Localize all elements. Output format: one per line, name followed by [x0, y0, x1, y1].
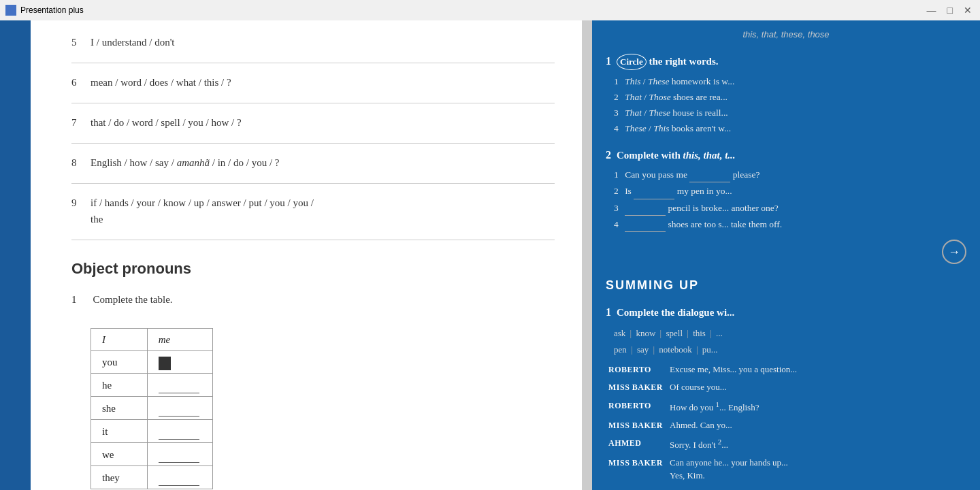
exercise-text-8: English / how / say / amanhã / in / do /… — [91, 154, 280, 171]
right-item-2-text: That / Those shoes are rea... — [625, 92, 728, 102]
summing-up-num: 1 — [606, 303, 611, 321]
table-row-she: she — [91, 397, 213, 420]
right-ex2-item-2-text: Is my pen in yo... — [625, 186, 732, 196]
object-pronouns-section: Object pronouns 1 Complete the table. I … — [71, 257, 555, 490]
summing-up-heading: SUMMING UP — [606, 275, 966, 296]
right-ex2-item-4: 4 shoes are too s... take them off. — [614, 218, 966, 232]
right-item-4: 4 These / This books aren't w... — [614, 122, 966, 135]
summing-up-section: SUMMING UP 1 Complete the dialogue wi...… — [606, 275, 966, 490]
app-icon — [5, 5, 16, 16]
blank-2 — [634, 184, 674, 199]
exercise-text-7: that / do / word / spell / you / how / ? — [91, 114, 242, 131]
exercise-8: 8 English / how / say / amanhã / in / do… — [71, 154, 555, 171]
right-exercise-1-label: the right words. — [649, 56, 718, 67]
right-exercise-1-heading: 1 Circle the right words. — [606, 52, 966, 71]
speaker-missbaker-1: MISS BAKER — [608, 380, 663, 394]
dialogue-row-kim: KIM It's easy. It's 'pia... — [608, 487, 966, 490]
maximize-button[interactable]: □ — [945, 5, 956, 16]
exercise-9: 9 if / hands / your / know / up / answer… — [71, 195, 555, 227]
blank-1 — [689, 168, 730, 182]
object-it[interactable] — [147, 420, 212, 443]
blank-we — [159, 446, 199, 463]
table-header-row: I me — [91, 329, 213, 351]
right-panel: this, that, these, those 1 Circle the ri… — [592, 20, 980, 490]
object-you[interactable] — [147, 351, 212, 374]
dialogue-text-missbaker-3: Can anyone he... your hands up...Yes, Ki… — [670, 456, 788, 483]
table-row-it: it — [91, 420, 213, 443]
blank-she — [159, 399, 199, 416]
exercise-number-6: 6 — [71, 74, 82, 91]
right-exercise-2: 2 Complete with this, that, t... 1 Can y… — [606, 146, 966, 265]
circle-icon: Circle — [617, 54, 647, 70]
right-item-1-text: This / These homework is w... — [625, 76, 734, 86]
right-section-title: this, that, these, those — [606, 27, 966, 42]
scrollbar[interactable] — [582, 20, 592, 490]
header-subject: I — [91, 329, 148, 351]
table-row-they: they — [91, 466, 213, 489]
exercise-6: 6 mean / word / does / what / this / ? — [71, 74, 555, 91]
right-circle-word: Circle the right words. — [617, 53, 719, 71]
exercise-number-7: 7 — [71, 114, 82, 131]
sep-1: | — [630, 328, 632, 338]
text-cursor — [159, 357, 171, 370]
right-ex2-item-1: 1 Can you pass me please? — [614, 168, 966, 182]
dialogue-row-missbaker-3: MISS BAKER Can anyone he... your hands u… — [608, 456, 966, 483]
blank-they — [159, 469, 199, 486]
right-item-3-text: That / These house is reall... — [625, 108, 728, 118]
exercise-number-8: 8 — [71, 154, 82, 171]
blank-he — [159, 376, 199, 393]
title-bar: Presentation plus — □ ✕ — [0, 0, 980, 20]
exercise-7: 7 that / do / word / spell / you / how /… — [71, 114, 555, 131]
blank-4 — [625, 218, 666, 232]
exercise-5: 5 I / understand / don't — [71, 34, 555, 50]
header-object: me — [147, 329, 212, 351]
close-button[interactable]: ✕ — [961, 5, 975, 16]
right-ex2-item-2: 2 Is my pen in yo... — [614, 184, 966, 199]
subject-they: they — [91, 466, 148, 489]
right-exercise-2-label: Complete with this, that, t... — [617, 147, 736, 165]
right-exercise-1-num: 1 — [606, 52, 611, 70]
content-area: 5 I / understand / don't 6 mean / word /… — [0, 20, 980, 490]
right-ex2-item-3: 3 pencil is broke... another one? — [614, 201, 966, 216]
exercise-text-9: if / hands / your / know / up / answer /… — [91, 195, 314, 227]
object-they[interactable] — [147, 466, 212, 489]
main-content[interactable]: 5 I / understand / don't 6 mean / word /… — [31, 20, 582, 490]
table-row-he: he — [91, 374, 213, 397]
dialogue-container: ROBERTO Excuse me, Miss... you a questio… — [606, 363, 966, 490]
dialogue-word-bank: ask | know | spell | this | ... pen | sa… — [614, 325, 966, 357]
object-she[interactable] — [147, 397, 212, 420]
next-arrow-button[interactable]: → — [942, 240, 966, 264]
table-row-you: you — [91, 351, 213, 374]
dialogue-row-roberto-2: ROBERTO How do you 1... English? — [608, 399, 966, 414]
object-he[interactable] — [147, 374, 212, 397]
sep-4: | — [710, 328, 712, 338]
right-ex2-item-3-text: pencil is broke... another one? — [625, 203, 779, 213]
blank-it — [159, 423, 199, 440]
right-item-4-text: These / This books aren't w... — [625, 123, 731, 133]
dialogue-row-missbaker-1: MISS BAKER Of course you... — [608, 380, 966, 394]
exercise-op-1-label: Complete the table. — [93, 291, 173, 308]
sep-2: | — [660, 328, 662, 338]
dialogue-text-kim: It's easy. It's 'pia... — [670, 487, 734, 490]
right-item-1: 1 This / These homework is w... — [614, 75, 966, 88]
section-heading-object-pronouns: Object pronouns — [71, 257, 555, 280]
dialogue-row-roberto-1: ROBERTO Excuse me, Miss... you a questio… — [608, 363, 966, 376]
exercise-text-5: I / understand / don't — [91, 34, 175, 50]
exercise-op-1-num: 1 — [71, 291, 77, 308]
window-controls[interactable]: — □ ✕ — [924, 5, 975, 16]
right-exercise-1-items: 1 This / These homework is w... 2 That /… — [606, 75, 966, 136]
speaker-missbaker-2: MISS BAKER — [608, 419, 663, 432]
blank-3 — [625, 201, 666, 216]
sep-7: | — [696, 344, 698, 355]
exercises-list: 5 I / understand / don't 6 mean / word /… — [71, 34, 555, 227]
exercise-number-5: 5 — [71, 34, 82, 50]
left-panel — [0, 20, 31, 490]
speaker-roberto-2: ROBERTO — [608, 399, 663, 414]
summing-up-exercise-1-heading: 1 Complete the dialogue wi... — [606, 303, 966, 322]
dialogue-row-missbaker-2: MISS BAKER Ahmed. Can yo... — [608, 419, 966, 432]
sep-3: | — [687, 328, 689, 338]
minimize-button[interactable]: — — [924, 5, 939, 16]
pronoun-table: I me you he she — [91, 328, 213, 489]
object-we[interactable] — [147, 443, 212, 466]
dialogue-text-ahmed: Sorry. I don't 2... — [670, 436, 728, 452]
